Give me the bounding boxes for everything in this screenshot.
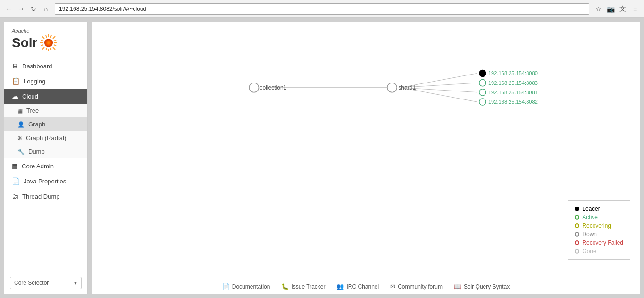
core-admin-label: Core Admin [22,163,54,170]
graph-area: collection1 shard1 192.168.25.154:8080 1… [92,22,640,279]
legend: Leader Active Recovering Down Recovery F… [568,200,630,260]
legend-recovery-failed: Recovery Failed [575,240,623,246]
sidebar-item-cloud[interactable]: ☁ Cloud [4,89,87,104]
home-button[interactable]: ⌂ [41,4,51,14]
footer-irc-channel[interactable]: 👥 IRC Channel [336,283,379,290]
leader-label: Leader [582,206,600,212]
svg-line-8 [41,40,43,41]
solr-sun-icon [39,33,58,52]
active-dot [575,215,579,220]
issue-tracker-label: Issue Tracker [291,283,325,290]
dump-label: Dump [28,148,45,155]
nav-buttons: ← → ↻ ⌂ [4,4,51,14]
core-selector-wrapper: Core Selector ▼ [10,277,82,289]
svg-line-7 [42,47,44,50]
thread-dump-label: Thread Dump [22,193,59,200]
apache-label: Apache [12,28,29,33]
address-bar[interactable] [55,3,589,15]
core-admin-icon: ▦ [12,162,18,170]
sidebar-item-dashboard[interactable]: 🖥 Dashboard [4,58,87,74]
legend-leader: Leader [575,206,623,212]
svg-line-11 [50,35,51,38]
cloud-label: Cloud [22,93,38,100]
node-active2-circle[interactable] [479,80,486,86]
dashboard-icon: 🖥 [12,62,18,70]
legend-recovering: Recovering [575,223,623,229]
sidebar-item-java-properties[interactable]: 📄 Java Properties [4,174,87,189]
node-collection1-circle[interactable] [249,83,259,92]
core-selector[interactable]: Core Selector [10,277,82,289]
forward-button[interactable]: → [16,4,26,14]
community-forum-icon: ✉ [390,283,395,290]
community-forum-label: Community forum [398,283,443,290]
svg-line-9 [46,35,47,38]
solr-logo: Solr [12,33,58,52]
irc-channel-label: IRC Channel [346,283,379,290]
sidebar-item-graph[interactable]: 👤 Graph [4,117,87,131]
java-properties-label: Java Properties [24,178,66,185]
down-label: Down [582,231,597,238]
screenshot-button[interactable]: 📷 [605,4,616,14]
reload-button[interactable]: ↻ [28,4,39,14]
sidebar-item-logging[interactable]: 📋 Logging [4,74,87,89]
recovery-failed-label: Recovery Failed [582,240,623,246]
graph-icon: 👤 [17,121,25,128]
node1-label: 192.168.25.154:8080 [488,70,538,76]
cloud-icon: ☁ [12,92,18,100]
graph-svg: collection1 shard1 192.168.25.154:8080 1… [92,22,640,279]
solr-query-syntax-icon: 📖 [454,283,461,290]
legend-down: Down [575,231,623,238]
documentation-label: Documentation [232,283,270,290]
sidebar-item-core-admin[interactable]: ▦ Core Admin [4,158,87,174]
dump-icon: 🔧 [17,149,25,155]
menu-button[interactable]: ≡ [630,4,640,14]
legend-gone: Gone [575,248,623,255]
sidebar-item-tree[interactable]: ▦ Tree [4,104,87,117]
footer-issue-tracker[interactable]: 🐛 Issue Tracker [281,283,325,290]
tree-label: Tree [26,107,39,114]
svg-line-6 [53,36,55,39]
node4-label: 192.168.25.154:8082 [488,99,538,105]
browser-chrome: ← → ↻ ⌂ ☆ 📷 文 ≡ [0,0,644,18]
graph-radial-label: Graph (Radial) [26,134,66,141]
node-shard1-circle[interactable] [387,83,397,92]
back-button[interactable]: ← [4,4,14,14]
graph-radial-icon: ❋ [17,135,22,141]
recovering-dot [575,224,579,228]
footer-documentation[interactable]: 📄 Documentation [222,283,270,290]
sidebar-item-thread-dump[interactable]: 🗂 Thread Dump [4,189,87,204]
logging-label: Logging [24,78,45,85]
leader-dot [575,207,579,211]
gone-label: Gone [582,248,596,255]
thread-dump-icon: 🗂 [12,192,18,200]
sidebar-spacer [4,204,87,272]
sidebar-item-graph-radial[interactable]: ❋ Graph (Radial) [4,131,87,145]
legend-active: Active [575,214,623,221]
node-leader-circle[interactable] [479,70,486,76]
svg-line-5 [53,47,55,50]
node-active4-circle[interactable] [479,99,486,105]
svg-line-12 [41,45,43,46]
svg-line-10 [54,40,56,41]
app-container: Apache Solr [0,18,644,298]
translate-button[interactable]: 文 [618,4,628,14]
bookmark-button[interactable]: ☆ [593,4,603,14]
logo-area: Apache Solr [4,22,87,58]
active-label: Active [582,214,598,221]
recovery-failed-dot [575,240,579,245]
node-active3-circle[interactable] [479,89,486,96]
sidebar-item-dump[interactable]: 🔧 Dump [4,145,87,158]
solr-label: Solr [12,35,37,50]
svg-line-14 [54,45,56,46]
documentation-icon: 📄 [222,283,230,290]
svg-line-13 [46,48,47,50]
footer-solr-query-syntax[interactable]: 📖 Solr Query Syntax [454,283,510,290]
footer-community-forum[interactable]: ✉ Community forum [390,283,443,290]
node2-label: 192.168.25.154:8083 [488,80,538,86]
dashboard-label: Dashboard [22,63,52,70]
node-shard1-label: shard1 [398,84,416,91]
browser-actions: ☆ 📷 文 ≡ [593,4,640,14]
svg-line-4 [42,36,44,39]
sidebar: Apache Solr [4,22,88,294]
svg-point-16 [44,39,53,47]
